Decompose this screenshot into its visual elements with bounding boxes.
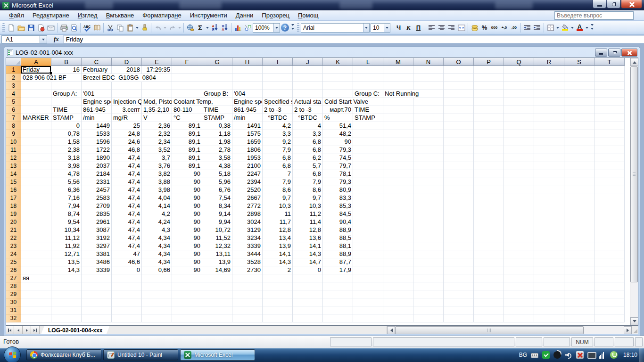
cell-K2[interactable] [323,74,353,82]
cell-F23[interactable]: 90 [172,242,202,250]
cell-K15[interactable]: 79,3 [323,178,353,186]
cell-S9[interactable] [564,130,594,138]
cell-A12[interactable] [21,154,51,162]
cell-J9[interactable]: 3,3 [293,130,323,138]
cell-F29[interactable] [172,290,202,298]
redo-button[interactable] [167,23,177,33]
cell-O22[interactable] [444,234,474,242]
cell-N31[interactable] [413,306,444,314]
cell-H8[interactable]: 1491 [232,122,263,130]
cell-J20[interactable]: 11,4 [293,218,323,226]
cell-E4[interactable] [142,90,172,98]
cell-B23[interactable]: 11,92 [51,242,82,250]
cell-K10[interactable]: 90 [323,138,353,146]
cell-Q23[interactable] [504,242,534,250]
cell-P6[interactable] [474,106,504,114]
cell-A8[interactable] [21,122,51,130]
cell-F15[interactable]: 90 [172,178,202,186]
cell-T7[interactable] [594,114,625,122]
cell-L14[interactable] [353,170,383,178]
cell-I19[interactable]: 11 [263,210,293,218]
cell-Q24[interactable] [504,250,534,258]
cell-G18[interactable]: 8,34 [202,202,232,210]
cell-S18[interactable] [564,202,594,210]
paste-button[interactable] [125,23,135,33]
column-header-E[interactable]: E [142,58,172,66]
cell-D6[interactable]: 3.септ [112,106,142,114]
column-header-G[interactable]: G [202,58,232,66]
cell-Q14[interactable] [504,170,534,178]
cell-K12[interactable]: 74,5 [323,154,353,162]
cell-N28[interactable] [413,282,444,290]
last-sheet-button[interactable] [31,326,40,334]
cell-Q10[interactable] [504,138,534,146]
cell-M14[interactable] [383,170,413,178]
cell-L18[interactable] [353,202,383,210]
wireless-utility-icon[interactable] [553,351,561,359]
select-all-corner[interactable] [6,58,21,66]
cell-C8[interactable]: 1449 [82,122,112,130]
cell-F3[interactable] [172,82,202,90]
cell-J4[interactable] [293,90,323,98]
cell-D22[interactable]: 47,4 [112,234,142,242]
cell-H1[interactable] [232,66,263,74]
cell-D11[interactable]: 46,8 [112,146,142,154]
column-header-T[interactable]: T [594,58,625,66]
format-painter-button[interactable] [140,23,149,33]
cell-J19[interactable]: 11,2 [293,210,323,218]
cell-G14[interactable]: 5,18 [202,170,232,178]
cell-H5[interactable]: Engine spe [232,98,263,106]
cell-K6[interactable]: март.70 [323,106,353,114]
cell-D18[interactable]: 47,4 [112,202,142,210]
cell-R11[interactable] [534,146,564,154]
cell-T14[interactable] [594,170,625,178]
cell-T28[interactable] [594,282,625,290]
cell-G3[interactable] [202,82,232,90]
cell-O28[interactable] [444,282,474,290]
cell-A13[interactable] [21,162,51,170]
cell-M28[interactable] [383,282,413,290]
cell-L3[interactable] [353,82,383,90]
cell-F19[interactable]: 90 [172,210,202,218]
cell-I3[interactable] [263,82,293,90]
cell-C3[interactable] [82,82,112,90]
cell-G9[interactable]: 1,18 [202,130,232,138]
comma-style-button[interactable]: 000 [489,23,499,33]
cell-C10[interactable]: 1596 [82,138,112,146]
column-header-R[interactable]: R [534,58,564,66]
cell-K18[interactable]: 85,3 [323,202,353,210]
font-color-dropdown-icon[interactable] [585,23,589,33]
cell-K19[interactable]: 84,5 [323,210,353,218]
cell-B24[interactable]: 12,71 [51,250,82,258]
resize-grip[interactable] [632,326,638,334]
cell-M1[interactable] [383,66,413,74]
cell-T22[interactable] [594,234,625,242]
cell-F21[interactable]: 90 [172,226,202,234]
new-button[interactable] [6,23,16,33]
cell-D19[interactable]: 47,4 [112,210,142,218]
cell-O23[interactable] [444,242,474,250]
cell-L28[interactable] [353,282,383,290]
cell-B11[interactable]: 2,38 [51,146,82,154]
taskbar-button-excel[interactable]: Microsoft Excel [180,349,255,361]
cell-H15[interactable]: 2394 [232,178,263,186]
cell-I17[interactable]: 9,7 [263,194,293,202]
cell-Q27[interactable] [504,274,534,282]
cell-L21[interactable] [353,226,383,234]
cell-I23[interactable]: 13,9 [263,242,293,250]
cell-E11[interactable]: 3,52 [142,146,172,154]
cell-N3[interactable] [413,82,444,90]
cell-B13[interactable]: 3,98 [51,162,82,170]
cell-P15[interactable] [474,178,504,186]
cell-O4[interactable] [444,90,474,98]
cell-K27[interactable] [323,274,353,282]
cell-P20[interactable] [474,218,504,226]
cell-R23[interactable] [534,242,564,250]
cell-E10[interactable]: 2,34 [142,138,172,146]
cell-P27[interactable] [474,274,504,282]
cell-C18[interactable]: 2709 [82,202,112,210]
font-size-dropdown-icon[interactable] [384,24,390,32]
cell-E13[interactable]: 3,76 [142,162,172,170]
cell-G25[interactable]: 13,9 [202,258,232,266]
cell-G16[interactable]: 6,76 [202,186,232,194]
